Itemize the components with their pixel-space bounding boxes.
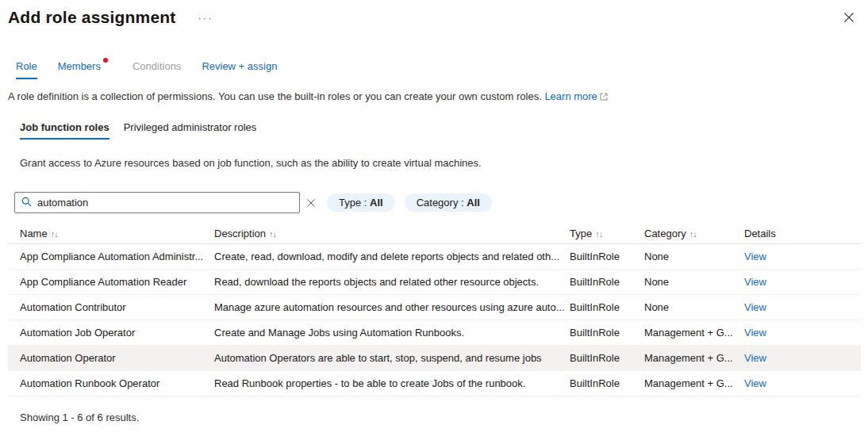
tab-members-label: Members xyxy=(58,60,101,72)
tab-role[interactable]: Role xyxy=(16,60,37,79)
subtab-privileged-administrator-roles-label: Privileged administrator roles xyxy=(124,121,257,133)
table-header-row: Name↑↓ Description↑↓ Type↑↓ Category↑↓ D… xyxy=(8,224,861,244)
sort-icon: ↑↓ xyxy=(269,229,276,239)
role-name-cell: App Compliance Automation Reader xyxy=(20,276,214,288)
role-type-subtabs: Job function roles Privileged administra… xyxy=(20,121,868,140)
search-icon xyxy=(21,197,32,209)
role-name-cell: Automation Contributor xyxy=(20,301,214,313)
role-category-cell: None xyxy=(644,276,744,288)
filter-type-value: All xyxy=(370,197,383,209)
results-count: Showing 1 - 6 of 6 results. xyxy=(20,411,868,423)
table-row[interactable]: Automation Job Operator Create and Manag… xyxy=(8,320,861,346)
subtab-privileged-administrator-roles[interactable]: Privileged administrator roles xyxy=(124,121,257,140)
table-row[interactable]: Automation Runbook Operator Read Runbook… xyxy=(8,371,861,396)
table-body: App Compliance Automation Administr... C… xyxy=(8,244,861,396)
search-input[interactable] xyxy=(37,197,293,209)
clear-search-icon[interactable] xyxy=(306,198,316,208)
roles-table: Name↑↓ Description↑↓ Type↑↓ Category↑↓ D… xyxy=(8,224,861,396)
filter-type-label: Type xyxy=(339,197,361,209)
table-row[interactable]: Automation Operator Automation Operators… xyxy=(8,346,861,371)
role-name-cell: Automation Job Operator xyxy=(20,327,214,339)
table-row[interactable]: App Compliance Automation Reader Read, d… xyxy=(8,270,861,295)
titlebar: Add role assignment ··· xyxy=(0,0,868,27)
role-category-cell: None xyxy=(644,251,744,262)
column-header-name-label: Name xyxy=(20,228,48,239)
role-category-cell: Management + G... xyxy=(644,377,744,389)
sort-icon: ↑↓ xyxy=(595,229,602,239)
role-type-cell: BuiltInRole xyxy=(570,377,644,389)
wizard-tabs: Role Members Conditions Review + assign xyxy=(16,60,868,79)
column-header-name[interactable]: Name↑↓ xyxy=(20,228,214,239)
search-toolbar: Type : All Category : All xyxy=(14,192,868,213)
page-title: Add role assignment xyxy=(8,8,176,27)
view-details-link[interactable]: View xyxy=(744,327,766,339)
column-header-category-label: Category xyxy=(644,228,686,239)
tab-role-label: Role xyxy=(16,60,37,72)
grant-access-text: Grant access to Azure resources based on… xyxy=(20,157,868,169)
learn-more-link[interactable]: Learn more xyxy=(544,90,597,102)
subtab-job-function-roles[interactable]: Job function roles xyxy=(20,121,109,140)
role-type-cell: BuiltInRole xyxy=(570,327,644,339)
role-name-cell: Automation Runbook Operator xyxy=(20,377,214,389)
role-description-cell: Create and Manage Jobs using Automation … xyxy=(214,327,570,339)
column-header-description[interactable]: Description↑↓ xyxy=(214,228,570,239)
members-alert-dot xyxy=(103,58,108,63)
role-description-cell: Create, read, download, modify and delet… xyxy=(214,251,570,262)
subtab-job-function-roles-label: Job function roles xyxy=(20,121,109,133)
role-type-cell: BuiltInRole xyxy=(570,301,644,313)
role-description-cell: Read, download the reports objects and r… xyxy=(214,276,570,288)
role-description-cell: Manage azure automation resources and ot… xyxy=(214,301,570,313)
role-category-cell: None xyxy=(644,301,744,313)
view-details-link[interactable]: View xyxy=(744,276,766,288)
filter-type-pill[interactable]: Type : All xyxy=(327,193,395,212)
sort-icon: ↑↓ xyxy=(689,229,697,239)
tab-conditions: Conditions xyxy=(133,60,181,79)
filter-category-label: Category xyxy=(417,197,459,209)
column-header-type[interactable]: Type↑↓ xyxy=(570,228,644,239)
view-details-link[interactable]: View xyxy=(744,301,766,313)
column-header-category[interactable]: Category↑↓ xyxy=(644,228,744,239)
view-details-link[interactable]: View xyxy=(744,377,766,389)
column-header-details-label: Details xyxy=(744,228,776,239)
filter-category-value: All xyxy=(467,197,480,209)
role-category-cell: Management + G... xyxy=(644,352,744,364)
filter-category-pill[interactable]: Category : All xyxy=(405,193,492,212)
role-category-cell: Management + G... xyxy=(644,327,744,339)
search-box[interactable] xyxy=(14,192,300,213)
column-header-details: Details xyxy=(744,228,861,239)
tab-review-assign[interactable]: Review + assign xyxy=(202,60,277,79)
tab-conditions-label: Conditions xyxy=(133,60,181,72)
close-icon[interactable] xyxy=(843,11,855,24)
tab-members[interactable]: Members xyxy=(58,60,101,79)
column-header-description-label: Description xyxy=(214,228,266,239)
role-description-cell: Read Runbook properties - to be able to … xyxy=(214,377,570,389)
role-type-cell: BuiltInRole xyxy=(570,352,644,364)
role-description-cell: Automation Operators are able to start, … xyxy=(214,352,570,364)
column-header-type-label: Type xyxy=(570,228,592,239)
more-options-icon[interactable]: ··· xyxy=(198,12,213,24)
tab-review-assign-label: Review + assign xyxy=(202,60,277,72)
table-row[interactable]: Automation Contributor Manage azure auto… xyxy=(8,295,861,320)
role-name-cell: App Compliance Automation Administr... xyxy=(20,251,214,262)
role-type-cell: BuiltInRole xyxy=(570,251,644,262)
role-name-cell: Automation Operator xyxy=(20,352,214,364)
external-link-icon xyxy=(600,91,608,103)
view-details-link[interactable]: View xyxy=(744,251,766,262)
table-row[interactable]: App Compliance Automation Administr... C… xyxy=(8,244,861,270)
role-type-cell: BuiltInRole xyxy=(570,276,644,288)
intro-text: A role definition is a collection of per… xyxy=(8,90,868,103)
sort-icon: ↑↓ xyxy=(51,229,58,239)
view-details-link[interactable]: View xyxy=(744,352,766,364)
role-definition-description: A role definition is a collection of per… xyxy=(8,90,542,102)
